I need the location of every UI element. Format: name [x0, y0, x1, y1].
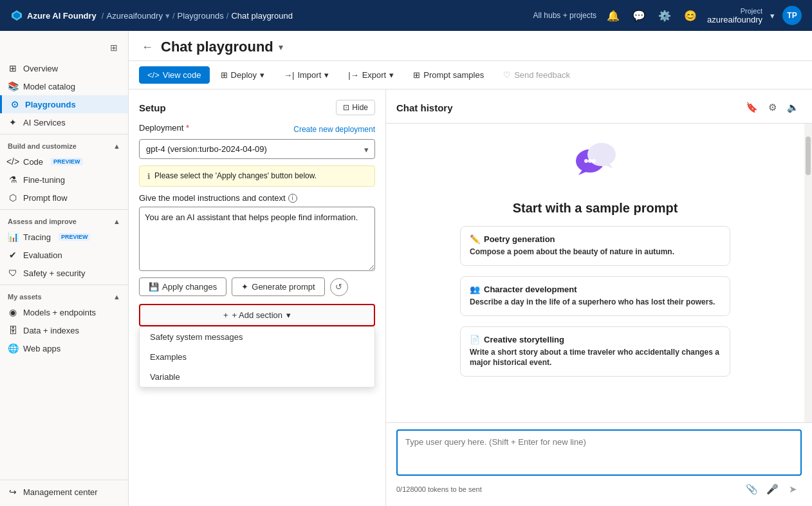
- content-area: ← Chat playground ▾ </> View code ⊞ Depl…: [129, 31, 812, 506]
- main-layout: ⊞ ⊞ Overview 📚 Model catalog ⊙ Playgroun…: [0, 31, 812, 506]
- chat-header: Chat history 🔖 ⚙ 🔈: [386, 89, 812, 124]
- sidebar: ⊞ ⊞ Overview 📚 Model catalog ⊙ Playgroun…: [0, 31, 129, 506]
- dropdown-item-safety[interactable]: Safety system messages: [140, 327, 374, 347]
- sidebar-item-management[interactable]: ↪ Management center: [0, 483, 128, 501]
- pencil-icon: ✏️: [470, 234, 480, 244]
- send-icon[interactable]: ➤: [784, 480, 802, 498]
- dropdown-item-examples[interactable]: Examples: [140, 347, 374, 367]
- back-button[interactable]: ←: [142, 41, 153, 54]
- hide-button[interactable]: ⊡ Hide: [336, 100, 375, 115]
- breadcrumb-hub[interactable]: Azureaifoundry: [106, 11, 162, 21]
- info-message: Please select the 'Apply changes' button…: [154, 171, 317, 180]
- sidebar-item-tracing[interactable]: 📊 Tracing PREVIEW: [0, 228, 128, 246]
- sidebar-item-models-endpoints[interactable]: ◉ Models + endpoints: [0, 303, 128, 321]
- prompt-samples-button[interactable]: ⊞ Prompt samples: [405, 66, 492, 84]
- sidebar-item-data-indexes[interactable]: 🗄 Data + indexes: [0, 321, 128, 339]
- chat-header-icons: 🔖 ⚙ 🔈: [743, 98, 802, 117]
- settings-gear-icon[interactable]: ⚙: [763, 98, 781, 117]
- input-icons: 📎 🎤 ➤: [743, 480, 802, 498]
- import-icon: →|: [284, 70, 294, 80]
- evaluation-icon: ✔: [8, 250, 18, 260]
- sidebar-item-web-apps[interactable]: 🌐 Web apps: [0, 339, 128, 357]
- deployment-select[interactable]: gpt-4 (version:turbo-2024-04-09): [139, 139, 375, 159]
- generate-icon: ✦: [241, 282, 248, 292]
- code-icon: </>: [8, 156, 18, 167]
- bookmark-icon[interactable]: 🔖: [743, 98, 761, 117]
- export-button[interactable]: |→ Export ▾: [340, 66, 402, 84]
- breadcrumb-playgrounds[interactable]: Playgrounds: [178, 11, 224, 21]
- models-icon: ◉: [8, 307, 18, 317]
- sidebar-item-prompt-flow[interactable]: ⬡ Prompt flow: [0, 189, 128, 207]
- chat-panel: Chat history 🔖 ⚙ 🔈: [386, 89, 812, 506]
- app-logo[interactable]: Azure AI Foundry: [10, 9, 97, 22]
- sidebar-item-ai-services[interactable]: ✦ AI Services: [0, 113, 128, 131]
- chevron-up-icon: ▲: [113, 142, 120, 150]
- scrollbar-thumb: [806, 136, 811, 175]
- chat-input[interactable]: [396, 429, 802, 476]
- chat-icon[interactable]: 💬: [630, 6, 648, 24]
- sidebar-item-fine-tuning[interactable]: ⚗ Fine-tuning: [0, 171, 128, 189]
- topbar-right: All hubs + projects 🔔 💬 ⚙️ 😊 Project azu…: [533, 6, 802, 25]
- attachment-icon[interactable]: 📎: [743, 480, 761, 498]
- sidebar-item-label: Overview: [23, 64, 58, 73]
- sidebar-item-label: AI Services: [23, 118, 66, 127]
- sample-card-character[interactable]: 👥 Character development Describe a day i…: [460, 276, 730, 316]
- send-feedback-button[interactable]: ♡ Send feedback: [495, 66, 578, 84]
- sidebar-item-safety[interactable]: 🛡 Safety + security: [0, 264, 128, 282]
- token-count: 0/128000 tokens to be sent: [396, 485, 482, 493]
- start-prompt-title: Start with a sample prompt: [513, 201, 678, 216]
- required-marker: *: [186, 123, 189, 133]
- section-assess-improve[interactable]: Assess and improve ▲: [0, 212, 128, 228]
- document-icon: 📄: [470, 335, 480, 344]
- page-header: ← Chat playground ▾: [129, 31, 812, 61]
- volume-icon[interactable]: 🔈: [784, 98, 802, 117]
- instructions-textarea[interactable]: You are an AI assistant that helps peopl…: [139, 207, 375, 271]
- import-button[interactable]: →| Import ▾: [275, 66, 337, 84]
- project-dropdown-icon[interactable]: ▾: [770, 11, 775, 21]
- chat-input-footer: 0/128000 tokens to be sent 📎 🎤 ➤: [396, 480, 802, 498]
- section-my-assets[interactable]: My assets ▲: [0, 288, 128, 303]
- webapps-icon: 🌐: [8, 343, 18, 353]
- finetune-icon: ⚗: [8, 174, 18, 185]
- instructions-info-icon[interactable]: i: [288, 194, 297, 203]
- panel-area: Setup ⊡ Hide Deployment * Create new dep…: [129, 89, 812, 506]
- title-dropdown-icon[interactable]: ▾: [279, 42, 283, 52]
- smiley-icon[interactable]: 😊: [681, 6, 699, 24]
- sidebar-divider-2: [0, 209, 128, 210]
- chat-main: Start with a sample prompt ✏️ Poetry gen…: [386, 124, 812, 422]
- sidebar-item-code[interactable]: </> Code PREVIEW: [0, 153, 128, 171]
- refresh-button[interactable]: ↺: [330, 278, 348, 296]
- deploy-button[interactable]: ⊞ Deploy ▾: [212, 66, 273, 84]
- setup-header: Setup ⊡ Hide: [139, 100, 375, 115]
- sidebar-toggle-btn[interactable]: ⊞: [105, 39, 123, 57]
- breadcrumb-current: Chat playground: [231, 11, 292, 21]
- sidebar-item-playgrounds[interactable]: ⊙ Playgrounds: [0, 95, 128, 113]
- sample-card-storytelling-title: 📄 Creative storytelling: [470, 335, 721, 344]
- avatar[interactable]: TP: [782, 6, 802, 25]
- sidebar-item-model-catalog[interactable]: 📚 Model catalog: [0, 77, 128, 95]
- tracing-icon: 📊: [8, 232, 18, 242]
- view-code-button[interactable]: </> View code: [139, 66, 210, 84]
- save-icon: 💾: [149, 282, 159, 292]
- dropdown-item-variable[interactable]: Variable: [140, 367, 374, 387]
- sidebar-item-evaluation[interactable]: ✔ Evaluation: [0, 246, 128, 264]
- sample-card-poetry[interactable]: ✏️ Poetry generation Compose a poem abou…: [460, 226, 730, 266]
- apply-changes-button[interactable]: 💾 Apply changes: [139, 277, 226, 296]
- sidebar-item-overview[interactable]: ⊞ Overview: [0, 59, 128, 77]
- code-brackets-icon: </>: [147, 70, 160, 80]
- sidebar-divider-3: [0, 285, 128, 285]
- section-build-customize[interactable]: Build and customize ▲: [0, 137, 128, 153]
- hub-projects-text[interactable]: All hubs + projects: [533, 11, 596, 20]
- add-section-button[interactable]: + + Add section ▾: [139, 304, 375, 326]
- people-icon: 👥: [470, 285, 480, 294]
- sample-card-storytelling[interactable]: 📄 Creative storytelling Write a short st…: [460, 326, 730, 377]
- info-box: ℹ Please select the 'Apply changes' butt…: [139, 165, 375, 187]
- generate-prompt-button[interactable]: ✦ Generate prompt: [232, 277, 324, 296]
- notifications-icon[interactable]: 🔔: [604, 6, 622, 24]
- deploy-icon: ⊞: [221, 70, 228, 80]
- microphone-icon[interactable]: 🎤: [763, 480, 781, 498]
- create-deployment-link[interactable]: Create new deployment: [293, 125, 375, 134]
- settings-icon[interactable]: ⚙️: [656, 6, 674, 24]
- chat-scrollbar[interactable]: [804, 124, 812, 422]
- export-caret-icon: ▾: [389, 70, 394, 80]
